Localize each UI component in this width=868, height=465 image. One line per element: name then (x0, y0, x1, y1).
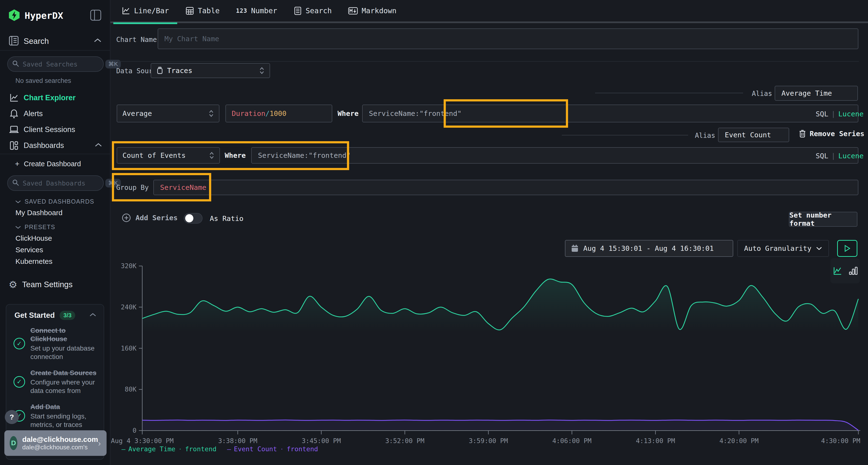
svg-text:240K: 240K (121, 303, 137, 311)
avatar: D (10, 436, 18, 450)
svg-text:0: 0 (133, 427, 136, 434)
app-window: HyperDX Search ⌘K No saved searches (0, 0, 868, 465)
svg-text:3:59:00 PM: 3:59:00 PM (469, 437, 508, 444)
timeseries-chart[interactable]: 080K160K240K320KAug 4 3:30:00 PM3:38:00 … (0, 0, 868, 465)
svg-text:4:30:00 PM: 4:30:00 PM (821, 437, 860, 444)
svg-text:320K: 320K (121, 262, 137, 270)
user-menu[interactable]: D dale@clickhouse.com dale@clickhouse.co… (4, 430, 106, 456)
chevron-right-icon: › (98, 438, 101, 448)
svg-text:3:38:00 PM: 3:38:00 PM (218, 437, 257, 444)
svg-text:4:13:00 PM: 4:13:00 PM (636, 437, 675, 444)
help-button[interactable]: ? (5, 410, 19, 424)
svg-text:160K: 160K (121, 344, 137, 352)
svg-text:3:52:00 PM: 3:52:00 PM (385, 437, 425, 444)
svg-text:Aug 4 3:30:00 PM: Aug 4 3:30:00 PM (111, 437, 174, 444)
svg-text:3:45:00 PM: 3:45:00 PM (302, 437, 341, 444)
svg-text:4:20:00 PM: 4:20:00 PM (719, 437, 759, 444)
user-email: dale@clickhouse.com (22, 435, 98, 443)
svg-text:4:06:00 PM: 4:06:00 PM (552, 437, 592, 444)
svg-text:80K: 80K (125, 386, 137, 393)
user-org: dale@clickhouse.com's (22, 443, 98, 451)
